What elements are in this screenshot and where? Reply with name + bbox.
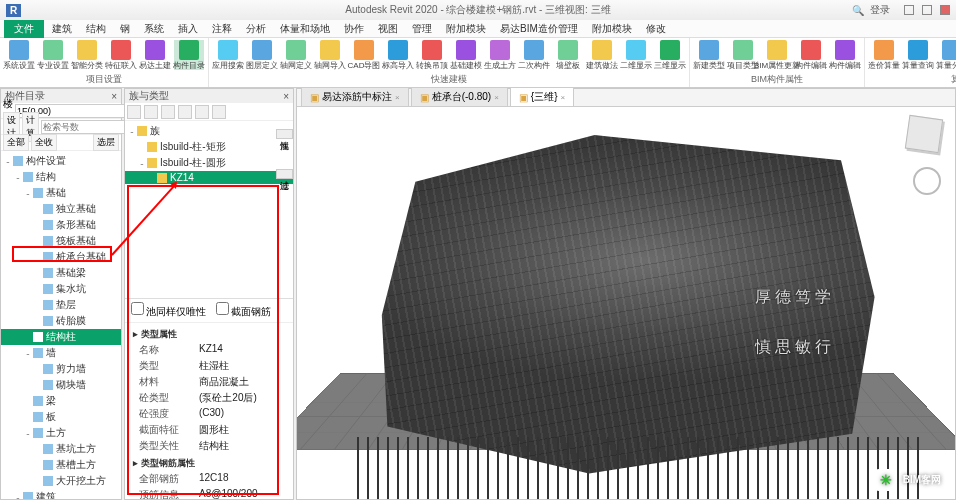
family-node-族[interactable]: -族 — [125, 123, 293, 139]
ribbon-标高导入[interactable]: 标高导入 — [383, 40, 413, 70]
ribbon-构件编辑[interactable]: 构件编辑 — [830, 40, 860, 70]
view-3d[interactable]: 厚德笃学 慎思敏行 ✳ BIM客网 — [297, 107, 955, 499]
ribbon-造价算量[interactable]: 造价算量 — [869, 40, 899, 70]
check-section-rebar[interactable]: 截面钢筋 — [216, 302, 271, 319]
ribbon-生成土方[interactable]: 生成土方 — [485, 40, 515, 70]
menu-修改[interactable]: 修改 — [640, 20, 672, 38]
prop-row[interactable]: 名称KZ14 — [129, 342, 289, 358]
tree-node-筏板基础[interactable]: 筏板基础 — [1, 233, 121, 249]
ribbon-特征联入[interactable]: 特征联入 — [106, 40, 136, 70]
side-tab-properties[interactable]: 属性 — [276, 129, 293, 139]
tool-find-icon[interactable] — [195, 105, 209, 119]
ribbon-转换吊顶[interactable]: 转换吊顶 — [417, 40, 447, 70]
tree-node-基础梁[interactable]: 基础梁 — [1, 265, 121, 281]
view-tab-{三维}[interactable]: ▣{三维}× — [510, 87, 574, 106]
tree-node-基槽土方[interactable]: 基槽土方 — [1, 457, 121, 473]
ribbon-构件目录[interactable]: 构件目录 — [174, 40, 204, 70]
ribbon-建筑做法[interactable]: 建筑做法 — [587, 40, 617, 70]
tab-close-icon[interactable]: × — [494, 93, 499, 102]
tree-node-大开挖土方[interactable]: 大开挖土方 — [1, 473, 121, 489]
prop-row[interactable]: 顶筋信息A8@100/200 — [129, 487, 289, 500]
tree-node-基坑土方[interactable]: 基坑土方 — [1, 441, 121, 457]
ribbon-二次构件[interactable]: 二次构件 — [519, 40, 549, 70]
menu-建筑[interactable]: 建筑 — [46, 20, 78, 38]
ribbon-CAD导图[interactable]: CAD导图 — [349, 40, 379, 70]
menu-结构[interactable]: 结构 — [80, 20, 112, 38]
tree-node-板[interactable]: 板 — [1, 409, 121, 425]
mid-panel-close-icon[interactable]: × — [283, 91, 289, 102]
menu-视图[interactable]: 视图 — [372, 20, 404, 38]
ribbon-轴网定义[interactable]: 轴网定义 — [281, 40, 311, 70]
prop-section-类型钢筋属性[interactable]: ▸ 类型钢筋属性 — [129, 454, 289, 471]
tree-node-基础[interactable]: -基础 — [1, 185, 121, 201]
tool-copy-icon[interactable] — [144, 105, 158, 119]
menu-注释[interactable]: 注释 — [206, 20, 238, 38]
menu-附加模块[interactable]: 附加模块 — [586, 20, 638, 38]
view-cube[interactable] — [905, 115, 943, 153]
expand-icon[interactable]: - — [23, 348, 33, 359]
ribbon-BIM属性更新[interactable]: BIM属性更新 — [762, 40, 792, 70]
btn-expand-all[interactable]: 全部 — [3, 134, 29, 151]
menu-插入[interactable]: 插入 — [172, 20, 204, 38]
family-tree[interactable]: -族Isbuild-柱-矩形-Isbuild-柱-圆形KZ14 — [125, 121, 293, 299]
tree-node-结构柱[interactable]: 结构柱 — [1, 329, 121, 345]
ribbon-智能分类[interactable]: 智能分类 — [72, 40, 102, 70]
user-label[interactable]: 登录 — [870, 3, 890, 17]
tool-rename-icon[interactable] — [178, 105, 192, 119]
expand-icon[interactable]: - — [127, 126, 137, 137]
ribbon-应用搜索[interactable]: 应用搜索 — [213, 40, 243, 70]
prop-row[interactable]: 类型关性结构柱 — [129, 438, 289, 454]
menu-系统[interactable]: 系统 — [138, 20, 170, 38]
tree-node-梁[interactable]: 梁 — [1, 393, 121, 409]
check-same-only[interactable]: 池同样仅唯性 — [131, 302, 206, 319]
tree-node-构件设置[interactable]: -构件设置 — [1, 153, 121, 169]
family-node-KZ14[interactable]: KZ14 — [125, 171, 293, 184]
component-tree[interactable]: -构件设置-结构-基础独立基础条形基础筏板基础桩承台基础基础梁集水坑垫层砖胎膜结… — [1, 151, 121, 499]
menu-管理[interactable]: 管理 — [406, 20, 438, 38]
tree-node-砌块墙[interactable]: 砌块墙 — [1, 377, 121, 393]
view-tab-桩承台(-0.80)[interactable]: ▣桩承台(-0.80)× — [411, 87, 508, 106]
menu-钢[interactable]: 钢 — [114, 20, 136, 38]
ribbon-墙壁板[interactable]: 墙壁板 — [553, 40, 583, 70]
prop-row[interactable]: 类型柱湿柱 — [129, 358, 289, 374]
ribbon-基础建模[interactable]: 基础建模 — [451, 40, 481, 70]
prop-row[interactable]: 全部钢筋12C18 — [129, 471, 289, 487]
view-tab-易达添筋中标注[interactable]: ▣易达添筋中标注× — [301, 87, 409, 106]
tree-node-集水坑[interactable]: 集水坑 — [1, 281, 121, 297]
tree-node-条形基础[interactable]: 条形基础 — [1, 217, 121, 233]
prop-row[interactable]: 截面特征圆形柱 — [129, 422, 289, 438]
expand-icon[interactable]: - — [23, 188, 33, 199]
tab-close-icon[interactable]: × — [395, 93, 400, 102]
expand-icon[interactable]: - — [13, 492, 23, 500]
close-icon[interactable] — [940, 5, 950, 15]
tree-node-墙[interactable]: -墙 — [1, 345, 121, 361]
btn-collapse-all[interactable]: 全收 — [31, 134, 57, 151]
ribbon-图层定义[interactable]: 图层定义 — [247, 40, 277, 70]
btn-select-floor[interactable]: 选层 — [93, 134, 119, 151]
search-icon[interactable]: 🔍 — [852, 5, 864, 16]
prop-row[interactable]: 材料商品混凝土 — [129, 374, 289, 390]
ribbon-算量分析[interactable]: 算量分析 — [937, 40, 956, 70]
ribbon-二维显示[interactable]: 二维显示 — [621, 40, 651, 70]
tool-delete-icon[interactable] — [161, 105, 175, 119]
menu-协作[interactable]: 协作 — [338, 20, 370, 38]
tree-node-砖胎膜[interactable]: 砖胎膜 — [1, 313, 121, 329]
side-tab-filter[interactable]: 过滤 — [276, 169, 293, 179]
menu-附加模块[interactable]: 附加模块 — [440, 20, 492, 38]
tree-node-桩承台基础[interactable]: 桩承台基础 — [1, 249, 121, 265]
tree-node-独立基础[interactable]: 独立基础 — [1, 201, 121, 217]
ribbon-系统设置[interactable]: 系统设置 — [4, 40, 34, 70]
tree-node-结构[interactable]: -结构 — [1, 169, 121, 185]
prop-row[interactable]: 砼类型(泵砼土20后) — [129, 390, 289, 406]
ribbon-三维显示[interactable]: 三维显示 — [655, 40, 685, 70]
maximize-icon[interactable] — [922, 5, 932, 15]
nav-wheel[interactable] — [913, 167, 941, 195]
menu-易达BIM造价管理[interactable]: 易达BIM造价管理 — [494, 20, 584, 38]
minimize-icon[interactable] — [904, 5, 914, 15]
tree-node-垫层[interactable]: 垫层 — [1, 297, 121, 313]
family-node-Isbuild-柱-圆形[interactable]: -Isbuild-柱-圆形 — [125, 155, 293, 171]
prop-row[interactable]: 砼强度(C30) — [129, 406, 289, 422]
ribbon-专业设置[interactable]: 专业设置 — [38, 40, 68, 70]
ribbon-新建类型[interactable]: 新建类型 — [694, 40, 724, 70]
expand-icon[interactable]: - — [23, 428, 33, 439]
